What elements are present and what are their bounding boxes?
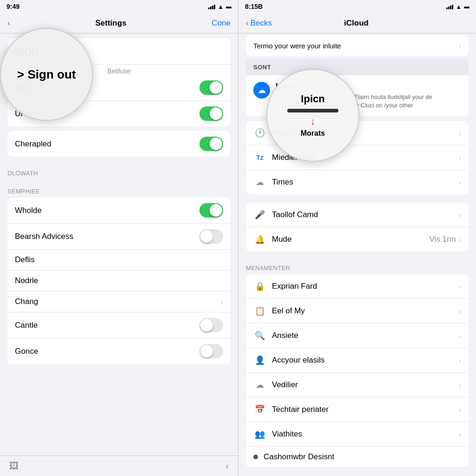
vedilier-chevron-icon: › <box>459 381 461 389</box>
left-nav-title: Settings <box>95 19 126 28</box>
menamenter-group: 🔒 Exprian Fard › 📋 Eel of My › 🔍 Ansiete… <box>246 274 469 467</box>
right-status-bar: 8:15B ▲ ▬ <box>238 0 476 13</box>
person-icon: 👤 <box>253 354 266 367</box>
dot-icon <box>253 455 258 459</box>
mude-chevron-icon: › <box>459 236 461 244</box>
battery-icon: ▬ <box>226 3 231 10</box>
vedilier-label: Vedilier <box>272 380 459 390</box>
cloud2-icon: ☁ <box>253 378 266 391</box>
calendar-icon: 📅 <box>253 403 266 416</box>
list-item-cantle[interactable]: Cantle <box>7 312 231 338</box>
miedlel-chevron-icon: › <box>459 154 461 162</box>
list-item-mude[interactable]: 🔔 Mude Vis 1rm › <box>246 227 469 251</box>
mude-value: Vis 1rm <box>430 235 456 244</box>
ansiete-chevron-icon: › <box>459 332 461 340</box>
left-status-icons: ▲ ▬ <box>208 3 231 10</box>
list-item-times[interactable]: ☁ Times › <box>246 170 469 194</box>
list-item-cherapled[interactable]: Cherapled <box>7 131 231 157</box>
list-item-cashomwbr[interactable]: Cashomwbr Desisnt <box>246 447 469 467</box>
wlans-chevron-icon: › <box>459 129 461 137</box>
list-item-wholde[interactable]: Wholde <box>7 198 231 224</box>
gonce-toggle[interactable] <box>199 344 223 358</box>
wholde-toggle[interactable] <box>199 203 223 218</box>
sign-out-label[interactable]: > Sign out <box>17 67 76 82</box>
bearsh-label: Bearsh Advicess <box>15 232 199 241</box>
left-nav-action[interactable]: Cone <box>212 19 231 28</box>
chang-chevron-icon: › <box>221 298 223 306</box>
viathites-chevron-icon: › <box>459 430 461 438</box>
doc-icon: 📋 <box>253 304 266 317</box>
left-bottom-bar: 🖼 ‹ <box>0 456 238 476</box>
cherapled-toggle[interactable] <box>199 137 223 151</box>
list-item-gonce[interactable]: Gonce <box>7 338 231 364</box>
list-item-ansiete[interactable]: 🔍 Ansiete › <box>246 324 469 348</box>
download-popup: Ipicn ↓ Morats <box>266 69 359 162</box>
people-icon: 👥 <box>253 428 266 441</box>
cantle-toggle[interactable] <box>199 318 223 332</box>
term-chevron-icon: › <box>459 42 461 50</box>
list-item-vedilier[interactable]: ☁ Vedilier › <box>246 373 469 397</box>
mic-icon: 🎤 <box>253 208 266 221</box>
right-nav-bar: ‹ Becks iCloud <box>238 13 476 33</box>
list-item-miedlel[interactable]: Tz Miedlel enils › <box>246 145 469 170</box>
taollof-chevron-icon: › <box>459 211 461 219</box>
menamenter-header: MENAMENTER <box>238 256 476 274</box>
icloud-blue-circle-icon: ☁ <box>253 82 270 99</box>
sign-out-overlay: > Sign out <box>0 28 93 121</box>
taollof-label: Taollof Camd <box>272 210 459 219</box>
ufs-toggle[interactable] <box>199 106 223 121</box>
cherapled-label: Cherapled <box>15 139 199 149</box>
right-time: 8:15B <box>245 3 263 10</box>
right-signal-icon <box>446 4 453 9</box>
right-nav-back[interactable]: ‹ Becks <box>246 19 272 28</box>
popup-progress-bar <box>287 109 338 112</box>
left-status-bar: 9:49 ▲ ▬ <box>0 0 238 13</box>
search-icon: 🔍 <box>253 329 266 342</box>
photo-icon[interactable]: 🖼 <box>9 461 19 471</box>
wholde-label: Wholde <box>15 206 199 215</box>
term-row[interactable]: Termo your were your inluite › <box>246 35 469 56</box>
viathites-label: Viathites <box>272 430 459 439</box>
signal-bars-icon <box>208 4 215 9</box>
gonce-label: Gonce <box>15 347 199 356</box>
dlowath-header: Dlowath <box>0 161 238 179</box>
right-content: Termo your were your inluite › SONT ☁ Ip… <box>238 33 476 476</box>
list-item-taollof[interactable]: 🎤 Taollof Camd › <box>246 203 469 227</box>
eel-label: Eel of My <box>272 306 459 316</box>
wifi-icon: ▲ <box>218 3 224 10</box>
left-nav-back[interactable]: ‹ <box>7 19 10 28</box>
cherapled-group: Cherapled <box>7 131 231 157</box>
clock-icon: 🕐 <box>253 126 266 139</box>
back-chevron-icon[interactable]: ‹ <box>225 461 229 471</box>
semphiee-group: Wholde Bearsh Advicess Deflis Nodrle Cha… <box>7 198 231 364</box>
list-item-accyour[interactable]: 👤 Accyour elasils › <box>246 348 469 373</box>
right-nav-title: iCloud <box>344 19 369 28</box>
cashomwbr-label: Cashomwbr Desisnt <box>264 452 461 462</box>
list-item-viathites[interactable]: 👥 Viathites › <box>246 422 469 447</box>
right-battery-icon: ▬ <box>464 3 469 10</box>
list-item-chang[interactable]: Chang › <box>7 291 231 312</box>
techtair-chevron-icon: › <box>459 406 461 414</box>
left-time: 9:49 <box>7 3 20 10</box>
deflis-label: Deflis <box>15 255 223 264</box>
times-label: Times <box>272 178 459 187</box>
bearsh-toggle[interactable] <box>199 229 223 244</box>
list-item-eel[interactable]: 📋 Eel of My › <box>246 299 469 324</box>
exprian-label: Exprian Fard <box>272 282 459 291</box>
popup-title: Ipicn <box>301 93 324 105</box>
sono-header: SONT <box>246 59 469 75</box>
list-item-techtair[interactable]: 📅 Techtair periater › <box>246 397 469 422</box>
list-item-deflis[interactable]: Deflis <box>7 250 231 271</box>
semphiee-header: SEMPHIEE <box>0 179 238 198</box>
right-wifi-icon: ▲ <box>456 3 462 10</box>
lock-icon: 🔒 <box>253 280 266 293</box>
scm-toggle[interactable] <box>199 80 223 95</box>
right-nav-back-label: Becks <box>251 19 272 28</box>
nodrle-label: Nodrle <box>15 276 223 285</box>
term-text: Termo your were your inluite <box>253 42 341 50</box>
list-item-nodrle[interactable]: Nodrle <box>7 271 231 291</box>
list-item-bearsh[interactable]: Bearsh Advicess <box>7 224 231 250</box>
list-item-exprian[interactable]: 🔒 Exprian Fard › <box>246 274 469 299</box>
left-panel: 9:49 ▲ ▬ ‹ Settings Cone > Sign out sion… <box>0 0 238 476</box>
accyour-label: Accyour elasils <box>272 356 459 365</box>
